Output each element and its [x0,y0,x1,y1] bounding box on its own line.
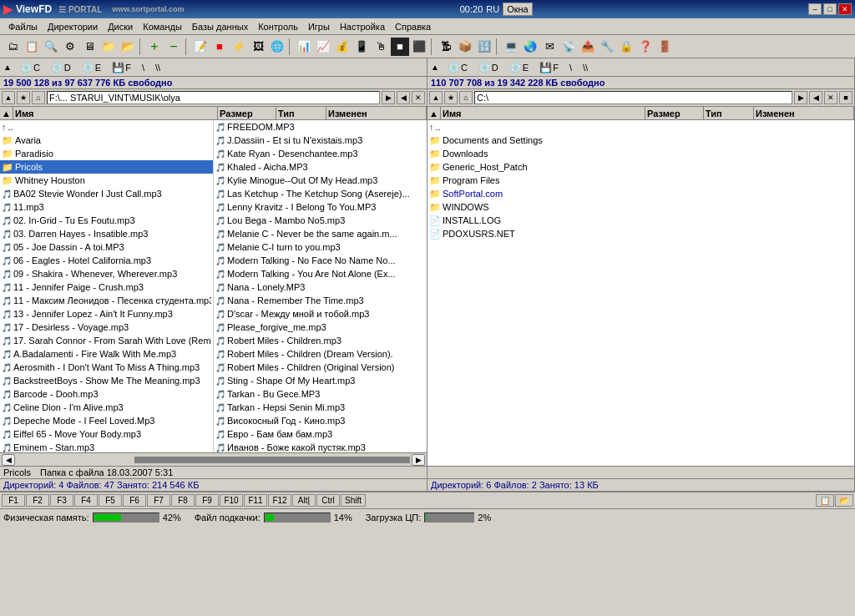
tb-btn-7[interactable]: 📂 [119,38,137,56]
tb-btn-del[interactable]: − [164,38,183,56]
left-path-up[interactable]: ▲ [2,91,15,104]
list-item[interactable]: Modern Talking - You Are Not Alone (Ex..… [214,267,427,280]
list-item[interactable]: Eminem - Stan.mp3 [0,441,213,452]
right-path-stop[interactable]: ■ [839,91,852,104]
right-col-date[interactable]: Изменен [754,107,854,119]
list-item[interactable]: Modern Talking - No Face No Name No... [214,254,427,267]
fkey-f10[interactable]: F10 [220,494,243,507]
tb-btn-m1[interactable]: 📊 [295,38,313,56]
tb-btn-6[interactable]: 📁 [99,38,118,56]
list-item[interactable]: Barcode - Dooh.mp3 [0,387,213,401]
list-item[interactable]: Downloads [428,147,854,160]
fkey-shift[interactable]: Shift [341,494,366,507]
list-item[interactable]: Khaled - Aicha.MP3 [214,160,427,174]
tb-btn-2[interactable]: 📋 [23,38,41,56]
left-drive-c[interactable]: 💿C [16,60,44,75]
left-scrollbar-thumb[interactable] [17,457,134,463]
right-col-type[interactable]: Тип [704,107,754,119]
fkey-alt[interactable]: Alt| [292,494,316,507]
list-item[interactable]: Robert Miles - Children.mp3 [214,334,427,347]
fkey-f7[interactable]: F7 [147,494,170,507]
list-item[interactable]: Avaria [0,134,213,147]
win-button[interactable]: Окна [503,3,533,16]
tb-btn-1[interactable]: 🗂 [3,38,22,56]
fkey-f9[interactable]: F9 [195,494,219,507]
fkey-f2[interactable]: F2 [26,494,49,507]
list-item[interactable]: Иванов - Боже какой пустяк.mp3 [214,441,427,452]
list-item[interactable]: Please_forgive_me.mp3 [214,321,427,334]
right-path-go[interactable]: ▶ [794,91,807,104]
menu-db[interactable]: Базы данных [187,20,253,33]
maximize-button[interactable]: □ [823,3,837,15]
list-item[interactable]: Whitney Houston [0,174,213,187]
list-item[interactable]: Melanie C-I turn to you.mp3 [214,240,427,254]
menu-control[interactable]: Контроль [253,20,303,33]
tb-btn-sec[interactable]: 🔒 [617,38,635,56]
list-item[interactable]: Eiffel 65 - Move Your Body.mp3 [0,427,213,441]
left-sort-up[interactable]: ▲ [0,107,13,119]
left-file-list[interactable]: ↑ .. Avaria Paradisio Pricols Whitney Ho… [0,120,427,452]
fkey-f8[interactable]: F8 [171,494,195,507]
tb-btn-5[interactable]: 🖥 [80,38,99,56]
paste-icon-btn[interactable]: 📂 [835,494,853,507]
left-col-date[interactable]: Изменен [326,107,427,119]
left-path-go[interactable]: ▶ [382,91,395,104]
list-item[interactable]: D'scar - Между мной и тобой.mp3 [214,307,427,321]
tb-btn-calc[interactable]: 🔢 [475,38,493,56]
left-drive-f[interactable]: 💾F [108,60,135,75]
list-item[interactable]: 11 - Максим Леонидов - Песенка студента.… [0,294,213,307]
list-item[interactable]: Kate Ryan - Desenchantee.mp3 [214,147,427,160]
tb-btn-web[interactable]: 🌏 [521,38,539,56]
menu-dirs[interactable]: Директории [43,20,103,33]
tb-btn-exit[interactable]: 🚪 [655,38,674,56]
left-drive-unc[interactable]: \\ [151,61,164,74]
list-item[interactable]: 09 - Shakira - Whenever, Wherever.mp3 [0,267,213,280]
tb-btn-add[interactable]: + [145,38,164,56]
tb-btn-red[interactable]: ■ [210,38,229,56]
left-path-star[interactable]: ★ [17,91,30,104]
list-item[interactable]: Robert Miles - Children (Original Versio… [214,361,427,374]
tb-btn-arch[interactable]: 🗜 [437,38,455,56]
fkey-f4[interactable]: F4 [74,494,98,507]
minimize-button[interactable]: – [808,3,822,15]
list-item[interactable]: Евро - Бам бам бам.mp3 [214,427,427,441]
right-path-star[interactable]: ★ [444,91,458,104]
tb-btn-help[interactable]: ❓ [636,38,655,56]
tb-btn-zip2[interactable]: 🔧 [598,38,616,56]
right-drive-f[interactable]: 💾F [535,60,563,75]
menu-disks[interactable]: Диски [103,20,138,33]
right-col-name[interactable]: Имя [441,107,645,119]
left-path-back[interactable]: ◀ [397,91,410,104]
list-item[interactable]: Sting - Shape Of My Heart.mp3 [214,374,427,387]
tb-btn-net[interactable]: 🌐 [268,38,286,56]
list-item[interactable]: Tarkan - Bu Gece.MP3 [214,387,427,401]
list-item[interactable]: 06 - Eagles - Hotel California.mp3 [0,254,213,267]
fkey-f12[interactable]: F12 [268,494,291,507]
list-item[interactable]: 05 - Joe Dassin - A toi.MP3 [0,240,213,254]
tb-btn-m3[interactable]: 💰 [333,38,352,56]
right-drive-d[interactable]: 💿D [474,60,503,75]
list-item[interactable]: 03. Darren Hayes - Insatible.mp3 [0,227,213,240]
tb-btn-cfg[interactable]: ⚡ [230,38,248,56]
copy-icon-btn[interactable]: 📋 [816,494,834,507]
tb-btn-m5[interactable]: 🖱 [372,38,390,56]
list-item[interactable]: WINDOWS [428,200,854,214]
list-item[interactable]: Tarkan - Hepsi Senin Mi.mp3 [214,401,427,414]
fkey-f11[interactable]: F11 [244,494,267,507]
list-item[interactable]: Lenny Kravitz - I Belong To You.MP3 [214,200,427,214]
tb-btn-m4[interactable]: 📱 [352,38,371,56]
list-item[interactable]: Depeche Mode - I Feel Loved.Mp3 [0,414,213,427]
tb-btn-img[interactable]: 🖼 [249,38,267,56]
list-item[interactable]: Generic_Host_Patch [428,160,854,174]
right-drive-e[interactable]: 💿E [505,60,533,75]
left-path-cancel[interactable]: ✕ [412,91,425,104]
list-item[interactable]: Pricols [0,160,213,174]
list-item[interactable]: A.Badalamenti - Fire Walk With Me.mp3 [0,347,213,361]
list-item[interactable]: Program Files [428,174,854,187]
list-item[interactable]: Robert Miles - Children (Dream Version). [214,347,427,361]
list-item[interactable]: 11.mp3 [0,200,213,214]
list-item[interactable]: Lou Bega - Mambo No5.mp3 [214,214,427,227]
close-button[interactable]: ✕ [838,3,852,15]
left-scrollbar-track[interactable] [17,457,410,463]
right-sort-up[interactable]: ▲ [428,107,441,119]
